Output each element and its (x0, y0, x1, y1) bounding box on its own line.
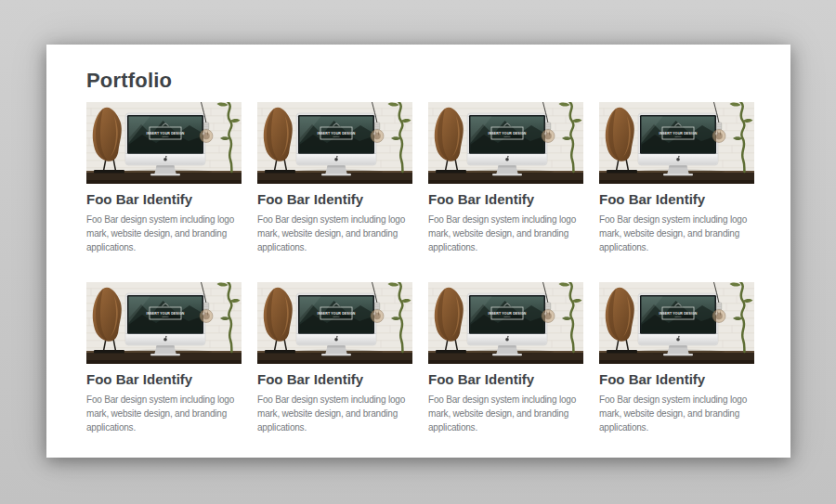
portfolio-item-description: Foo Bar design system including logo mar… (599, 393, 754, 434)
portfolio-thumbnail[interactable] (86, 282, 242, 364)
portfolio-item[interactable]: Foo Bar Identify Foo Bar design system i… (428, 282, 583, 434)
portfolio-item-title[interactable]: Foo Bar Identify (599, 191, 754, 208)
portfolio-thumbnail[interactable] (599, 282, 754, 364)
portfolio-item-description: Foo Bar design system including logo mar… (86, 213, 242, 254)
portfolio-thumbnail[interactable] (599, 102, 754, 184)
portfolio-item-title[interactable]: Foo Bar Identify (257, 371, 412, 388)
portfolio-item-title[interactable]: Foo Bar Identify (86, 191, 242, 208)
imac-desk-photo (599, 102, 754, 184)
portfolio-item[interactable]: Foo Bar Identify Foo Bar design system i… (257, 102, 412, 254)
page-title: Portfolio (86, 70, 753, 91)
imac-desk-photo (86, 102, 242, 184)
portfolio-item-description: Foo Bar design system including logo mar… (428, 213, 583, 254)
portfolio-thumbnail[interactable] (428, 282, 583, 364)
portfolio-item-title[interactable]: Foo Bar Identify (599, 371, 754, 388)
imac-desk-photo (257, 102, 412, 184)
imac-desk-photo (86, 282, 242, 364)
portfolio-item-title[interactable]: Foo Bar Identify (428, 371, 583, 388)
portfolio-item[interactable]: Foo Bar Identify Foo Bar design system i… (257, 282, 412, 434)
portfolio-thumbnail[interactable] (428, 102, 583, 184)
portfolio-item-description: Foo Bar design system including logo mar… (257, 393, 412, 434)
portfolio-thumbnail[interactable] (257, 102, 412, 184)
portfolio-thumbnail[interactable] (257, 282, 412, 364)
imac-desk-photo (257, 282, 412, 364)
portfolio-panel: Portfolio Foo Bar Identify Foo Bar desig… (46, 45, 790, 458)
portfolio-item-title[interactable]: Foo Bar Identify (86, 371, 242, 388)
portfolio-thumbnail[interactable] (86, 102, 242, 184)
imac-desk-photo (428, 102, 583, 184)
portfolio-item[interactable]: Foo Bar Identify Foo Bar design system i… (86, 102, 242, 254)
portfolio-item-title[interactable]: Foo Bar Identify (428, 191, 583, 208)
portfolio-item-description: Foo Bar design system including logo mar… (599, 213, 754, 254)
portfolio-item[interactable]: Foo Bar Identify Foo Bar design system i… (599, 282, 754, 434)
portfolio-grid: Foo Bar Identify Foo Bar design system i… (86, 102, 753, 434)
portfolio-item-description: Foo Bar design system including logo mar… (86, 393, 242, 434)
portfolio-item[interactable]: Foo Bar Identify Foo Bar design system i… (428, 102, 583, 254)
portfolio-item-description: Foo Bar design system including logo mar… (428, 393, 583, 434)
portfolio-item[interactable]: Foo Bar Identify Foo Bar design system i… (86, 282, 242, 434)
portfolio-item-description: Foo Bar design system including logo mar… (257, 213, 412, 254)
portfolio-item-title[interactable]: Foo Bar Identify (257, 191, 412, 208)
imac-desk-photo (599, 282, 754, 364)
imac-desk-photo (428, 282, 583, 364)
portfolio-item[interactable]: Foo Bar Identify Foo Bar design system i… (599, 102, 754, 254)
